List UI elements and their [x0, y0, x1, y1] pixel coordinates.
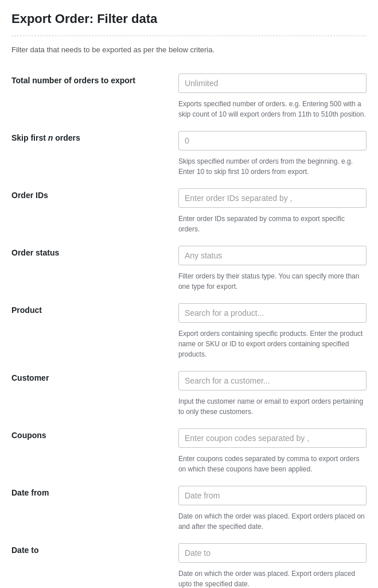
field-cell-date-from: Date on which the order was placed. Expo… — [178, 480, 367, 537]
label-cell-order-status: Order status — [11, 240, 178, 297]
form-row-customer: CustomerInput the customer name or email… — [11, 365, 367, 423]
input-coupons[interactable] — [178, 428, 367, 448]
form-row-order-status: Order statusFilter orders by their statu… — [11, 240, 367, 297]
label-cell-customer: Customer — [11, 365, 178, 423]
field-description-customer: Input the customer name or email to expo… — [178, 396, 367, 417]
field-description-total-orders: Exports specified number of orders. e.g.… — [178, 99, 367, 119]
form-table: Total number of orders to exportExports … — [11, 68, 367, 588]
page-container: Export Order: Filter data Filter data th… — [0, 0, 378, 588]
label-cell-order-ids: Order IDs — [11, 183, 178, 240]
form-row-order-ids: Order IDsEnter order IDs separated by co… — [11, 183, 367, 240]
field-label-date-to: Date to — [11, 546, 38, 555]
field-cell-total-orders: Exports specified number of orders. e.g.… — [178, 68, 367, 125]
form-row-coupons: CouponsEnter coupons codes separated by … — [11, 423, 367, 480]
field-description-date-from: Date on which the order was placed. Expo… — [178, 511, 367, 532]
page-description: Filter data that needs to be exported as… — [11, 45, 367, 54]
field-cell-product: Export orders containing specific produc… — [178, 297, 367, 365]
input-total-orders[interactable] — [178, 74, 367, 93]
label-cell-skip-orders: Skip first n orders — [11, 125, 178, 183]
field-cell-order-status: Filter orders by their status type. You … — [178, 240, 367, 297]
section-divider — [11, 36, 367, 36]
input-customer[interactable] — [178, 371, 367, 390]
label-cell-date-to: Date to — [11, 537, 178, 588]
field-cell-date-to: Date on which the order was placed. Expo… — [178, 537, 367, 588]
field-cell-order-ids: Enter order IDs separated by comma to ex… — [178, 183, 367, 240]
field-description-skip-orders: Skips specified number of orders from th… — [178, 156, 367, 177]
input-order-status[interactable] — [178, 246, 367, 265]
label-cell-date-from: Date from — [11, 480, 178, 537]
field-label-date-from: Date from — [11, 488, 49, 497]
input-skip-orders[interactable] — [178, 131, 367, 150]
field-description-date-to: Date on which the order was placed. Expo… — [178, 568, 367, 588]
field-description-order-ids: Enter order IDs separated by comma to ex… — [178, 214, 367, 234]
field-description-coupons: Enter coupons codes separated by comma t… — [178, 454, 367, 474]
form-row-date-from: Date fromDate on which the order was pla… — [11, 480, 367, 537]
label-cell-product: Product — [11, 297, 178, 365]
form-row-product: ProductExport orders containing specific… — [11, 297, 367, 365]
field-label-total-orders: Total number of orders to export — [11, 76, 135, 85]
form-row-skip-orders: Skip first n ordersSkips specified numbe… — [11, 125, 367, 183]
field-description-product: Export orders containing specific produc… — [178, 328, 367, 359]
field-label-order-ids: Order IDs — [11, 191, 48, 200]
input-date-to[interactable] — [178, 543, 367, 563]
field-label-product: Product — [11, 305, 42, 315]
field-label-skip-orders: Skip first n orders — [11, 133, 80, 142]
field-cell-customer: Input the customer name or email to expo… — [178, 365, 367, 423]
field-description-order-status: Filter orders by their status type. You … — [178, 271, 367, 292]
field-label-coupons: Coupons — [11, 431, 46, 440]
input-date-from[interactable] — [178, 486, 367, 505]
page-title: Export Order: Filter data — [11, 11, 367, 26]
field-cell-skip-orders: Skips specified number of orders from th… — [178, 125, 367, 183]
form-row-total-orders: Total number of orders to exportExports … — [11, 68, 367, 125]
form-row-date-to: Date toDate on which the order was place… — [11, 537, 367, 588]
label-cell-coupons: Coupons — [11, 423, 178, 480]
field-cell-coupons: Enter coupons codes separated by comma t… — [178, 423, 367, 480]
input-order-ids[interactable] — [178, 188, 367, 208]
field-label-customer: Customer — [11, 373, 49, 382]
label-cell-total-orders: Total number of orders to export — [11, 68, 178, 125]
input-product[interactable] — [178, 303, 367, 323]
field-label-order-status: Order status — [11, 248, 59, 257]
